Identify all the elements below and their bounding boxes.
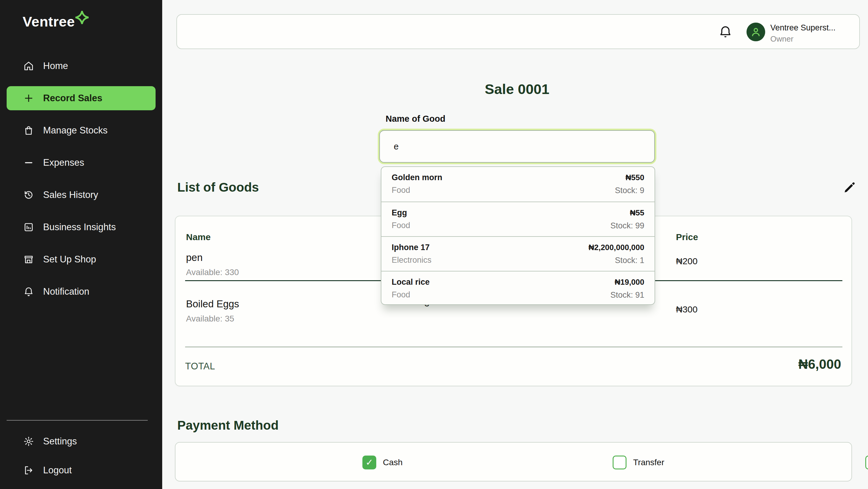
suggestion-iphone-17[interactable]: Iphone 17 Electronics ₦2,200,000,000 Sto… [381, 236, 655, 271]
goods-suggestion-dropdown: Golden morn Food ₦550 Stock: 9 Egg Food … [381, 166, 655, 305]
checkbox-checked-icon[interactable]: ✓ [362, 456, 376, 469]
sidebar-item-expenses[interactable]: Expenses [7, 151, 156, 175]
suggestion-local-rice[interactable]: Local rice Food ₦19,000 Stock: 91 [381, 271, 655, 305]
payment-option-transfer[interactable]: ✓ Transfer [613, 443, 664, 482]
sidebar-item-notification[interactable]: Notification [7, 280, 156, 304]
check-icon: ✓ [365, 457, 373, 467]
suggestion-stock: Stock: 99 [610, 221, 644, 230]
payment-option-cash[interactable]: ✓ Cash [362, 443, 402, 482]
sidebar-item-label: Home [43, 61, 68, 71]
sidebar-item-label: Expenses [43, 157, 84, 168]
suggestion-price: ₦550 [626, 173, 644, 182]
sidebar-item-settings[interactable]: Settings [7, 428, 156, 454]
name-of-good-label: Name of Good [385, 114, 445, 124]
suggestion-name: Egg [392, 208, 644, 218]
total-divider [185, 347, 842, 348]
record-sales-page: Ventree Home Record Sales [0, 0, 868, 489]
storefront-icon [23, 253, 35, 265]
suggestion-stock: Stock: 9 [615, 186, 644, 195]
good-price: ₦300 [676, 304, 698, 315]
gear-icon [23, 435, 35, 448]
suggestion-golden-morn[interactable]: Golden morn Food ₦550 Stock: 9 [381, 167, 655, 202]
sidebar: Ventree Home Record Sales [0, 0, 162, 489]
name-of-good-input[interactable] [379, 130, 655, 163]
total-label: TOTAL [185, 361, 215, 372]
payment-method-card: ✓ Cash ✓ Transfer ✓ Credit [175, 442, 852, 482]
sidebar-item-sales-history[interactable]: Sales History [7, 183, 156, 207]
suggestion-egg[interactable]: Egg Food ₦55 Stock: 99 [381, 202, 655, 236]
good-available: Available: 35 [186, 314, 234, 324]
ventree-logo: Ventree [23, 13, 89, 31]
suggestion-name: Golden morn [392, 173, 644, 182]
history-clock-icon [23, 189, 35, 201]
user-info[interactable]: Ventree Superst... Owner [770, 23, 838, 44]
user-avatar[interactable] [746, 23, 765, 41]
good-name: pen [186, 252, 203, 263]
column-header-name: Name [186, 232, 211, 242]
payment-method-heading: Payment Method [177, 418, 279, 433]
sidebar-item-label: Sales History [43, 190, 98, 200]
suggestion-price: ₦55 [630, 208, 644, 218]
sidebar-item-business-insights[interactable]: Business Insights [7, 215, 156, 239]
bell-icon [23, 286, 35, 298]
suggestion-stock: Stock: 1 [615, 256, 644, 265]
user-role: Owner [770, 34, 838, 44]
suggestion-category: Electronics [392, 256, 644, 265]
suggestion-name: Local rice [392, 278, 644, 287]
sidebar-item-set-up-shop[interactable]: Set Up Shop [7, 247, 156, 271]
suggestion-category: Food [392, 221, 644, 230]
edit-pencil-icon[interactable] [843, 181, 856, 194]
sidebar-item-home[interactable]: Home [7, 54, 156, 78]
bar-chart-icon [23, 221, 35, 233]
sidebar-item-label: Record Sales [43, 93, 102, 104]
user-name: Ventree Superst... [770, 23, 838, 33]
payment-option-label: Cash [383, 458, 402, 467]
minus-icon [23, 157, 35, 169]
sidebar-nav: Home Record Sales Manage Stocks Expenses [0, 54, 162, 312]
sidebar-footer: Settings Logout [0, 428, 162, 486]
sidebar-item-label: Settings [43, 436, 77, 447]
checkbox-unchecked-icon[interactable]: ✓ [613, 456, 626, 469]
suggestion-stock: Stock: 91 [610, 290, 644, 300]
total-value: ₦6,000 [798, 357, 841, 372]
topbar: Ventree Superst... Owner [176, 14, 860, 49]
shopping-bag-icon [23, 124, 35, 136]
plus-icon [23, 92, 35, 104]
sidebar-item-label: Business Insights [43, 222, 116, 233]
logo-text: Ventree [23, 13, 75, 31]
suggestion-category: Food [392, 290, 644, 299]
sidebar-item-label: Manage Stocks [43, 125, 107, 136]
list-of-goods-heading: List of Goods [177, 180, 259, 195]
sidebar-item-label: Set Up Shop [43, 254, 96, 265]
notification-bell-icon[interactable] [718, 25, 733, 39]
suggestion-category: Food [392, 186, 644, 195]
good-name: Boiled Eggs [186, 298, 239, 310]
sparkle-icon [75, 11, 89, 24]
payment-option-label: Transfer [633, 458, 664, 467]
suggestion-price: ₦2,200,000,000 [589, 243, 644, 252]
page-title: Sale 0001 [485, 81, 549, 97]
sidebar-divider [7, 420, 148, 421]
sidebar-item-record-sales[interactable]: Record Sales [7, 86, 156, 110]
sidebar-item-label: Logout [43, 465, 72, 476]
column-header-price: Price [676, 232, 698, 242]
sidebar-item-manage-stocks[interactable]: Manage Stocks [7, 119, 156, 142]
logout-icon [23, 464, 35, 476]
home-icon [23, 60, 35, 72]
sidebar-item-logout[interactable]: Logout [7, 457, 156, 483]
payment-option-credit[interactable]: ✓ Credit [865, 443, 868, 482]
sidebar-item-label: Notification [43, 286, 89, 297]
checkbox-unchecked-icon[interactable]: ✓ [865, 456, 868, 469]
suggestion-price: ₦19,000 [615, 278, 644, 287]
good-available: Available: 330 [186, 267, 239, 277]
good-price: ₦200 [676, 256, 698, 266]
